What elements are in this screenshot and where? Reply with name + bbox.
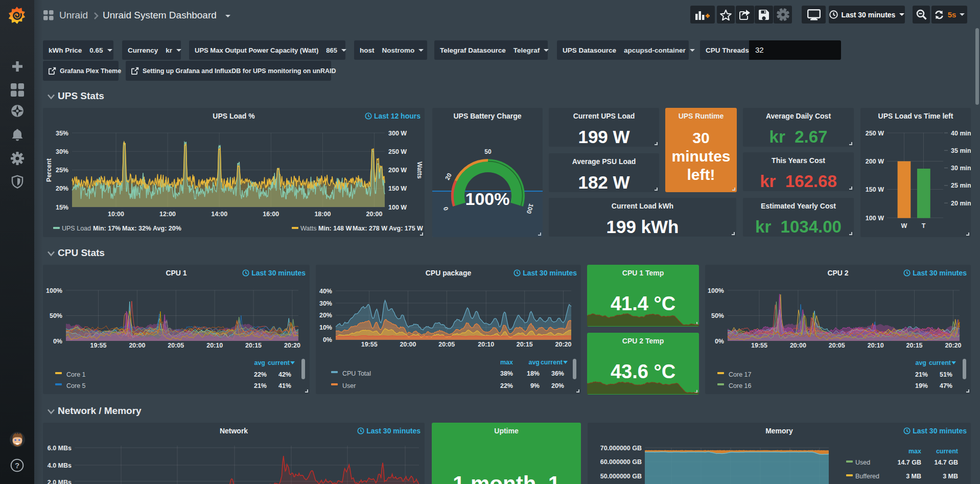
svg-text:Watts: Watts: [300, 225, 316, 232]
svg-text:70.000000 GB: 70.000000 GB: [600, 445, 642, 452]
svg-text:Used: Used: [855, 459, 870, 466]
svg-text:36%: 36%: [551, 370, 564, 377]
svg-text:20:20: 20:20: [555, 341, 572, 348]
svg-text:150 W: 150 W: [388, 185, 407, 192]
svg-text:9%: 9%: [530, 382, 540, 389]
svg-text:avg: avg: [528, 359, 540, 366]
svg-text:current: current: [936, 448, 959, 455]
svg-text:20 min: 20 min: [951, 200, 971, 207]
svg-text:3 MB: 3 MB: [906, 473, 921, 480]
svg-text:14.7 GB: 14.7 GB: [897, 459, 921, 466]
svg-text:18:00: 18:00: [314, 211, 331, 218]
svg-text:6.0 MBs: 6.0 MBs: [48, 445, 72, 452]
svg-text:40%: 40%: [319, 288, 332, 295]
svg-text:20:00: 20:00: [400, 341, 416, 348]
svg-text:41%: 41%: [278, 382, 291, 389]
svg-text:Max: 278 W: Max: 278 W: [353, 225, 387, 232]
svg-text:50.000000 GB: 50.000000 GB: [600, 473, 642, 480]
svg-text:20:10: 20:10: [868, 342, 884, 349]
svg-text:100 W: 100 W: [388, 204, 407, 211]
svg-text:50%: 50%: [711, 312, 724, 319]
svg-text:20%: 20%: [56, 185, 68, 192]
svg-text:avg: avg: [254, 359, 265, 366]
svg-text:3 MB: 3 MB: [943, 473, 958, 480]
svg-text:max: max: [908, 448, 921, 455]
svg-text:Min: 17%: Min: 17%: [93, 225, 121, 232]
svg-text:50%: 50%: [50, 312, 62, 319]
svg-text:21%: 21%: [254, 382, 267, 389]
svg-text:19:55: 19:55: [90, 342, 107, 349]
svg-text:40 min: 40 min: [951, 130, 971, 137]
svg-text:0%: 0%: [323, 336, 332, 343]
svg-text:30%: 30%: [319, 300, 332, 307]
svg-text:User: User: [342, 382, 356, 389]
svg-text:20:00: 20:00: [129, 342, 145, 349]
svg-text:Core 5: Core 5: [66, 382, 86, 389]
svg-text:Buffered: Buffered: [855, 473, 879, 480]
svg-text:19%: 19%: [915, 382, 928, 389]
svg-text:20:00: 20:00: [366, 211, 383, 218]
svg-text:25 min: 25 min: [951, 182, 971, 189]
svg-text:4.0 MBs: 4.0 MBs: [48, 462, 72, 469]
svg-text:2.0 MBs: 2.0 MBs: [48, 479, 72, 484]
svg-text:35 min: 35 min: [951, 147, 971, 154]
svg-text:?: ?: [15, 461, 19, 470]
svg-text:Core 16: Core 16: [729, 382, 752, 389]
svg-text:15%: 15%: [56, 204, 68, 211]
svg-text:47%: 47%: [940, 382, 952, 389]
svg-text:30 min: 30 min: [951, 165, 971, 172]
svg-text:current: current: [268, 359, 290, 366]
svg-text:300 W: 300 W: [388, 130, 407, 137]
svg-text:20:05: 20:05: [438, 341, 455, 348]
svg-text:20:10: 20:10: [478, 341, 494, 348]
svg-text:Core 17: Core 17: [729, 371, 752, 378]
svg-text:100%: 100%: [708, 287, 724, 294]
svg-text:20:15: 20:15: [245, 342, 262, 349]
svg-text:CPU Total: CPU Total: [342, 370, 371, 377]
svg-text:max: max: [500, 359, 513, 366]
svg-text:10:00: 10:00: [108, 211, 124, 218]
svg-text:0%: 0%: [715, 338, 724, 345]
svg-text:14:00: 14:00: [211, 211, 227, 218]
svg-text:10%: 10%: [319, 324, 332, 331]
svg-text:20:15: 20:15: [517, 341, 533, 348]
svg-text:UPS Load: UPS Load: [62, 225, 91, 232]
svg-text:Min: 148 W: Min: 148 W: [318, 225, 352, 232]
svg-text:250 W: 250 W: [388, 148, 407, 155]
svg-text:12:00: 12:00: [159, 211, 176, 218]
svg-text:100 W: 100 W: [866, 215, 884, 222]
svg-text:20:00: 20:00: [790, 342, 806, 349]
svg-text:21%: 21%: [915, 371, 928, 378]
svg-text:42%: 42%: [278, 371, 291, 378]
svg-text:18%: 18%: [527, 370, 540, 377]
svg-text:14.7 GB: 14.7 GB: [934, 459, 958, 466]
svg-text:25%: 25%: [56, 167, 68, 174]
svg-text:20: 20: [444, 172, 453, 181]
svg-text:250 W: 250 W: [866, 130, 884, 137]
svg-text:60.000000 GB: 60.000000 GB: [600, 458, 642, 466]
svg-text:T: T: [922, 222, 926, 229]
svg-text:20%: 20%: [551, 382, 564, 389]
svg-text:20:15: 20:15: [906, 342, 923, 349]
svg-text:19:55: 19:55: [751, 342, 767, 349]
svg-text:20%: 20%: [319, 312, 332, 319]
svg-text:50: 50: [484, 148, 492, 155]
svg-text:16:00: 16:00: [263, 211, 279, 218]
svg-text:Percent: Percent: [45, 158, 53, 182]
svg-text:19:55: 19:55: [361, 341, 378, 348]
svg-text:100%: 100%: [46, 287, 62, 294]
svg-text:51%: 51%: [940, 371, 952, 378]
svg-text:Avg: 20%: Avg: 20%: [153, 225, 181, 232]
svg-text:20:05: 20:05: [829, 342, 845, 349]
svg-text:20:20: 20:20: [284, 342, 300, 349]
svg-text:20:05: 20:05: [168, 342, 184, 349]
svg-text:20:10: 20:10: [206, 342, 223, 349]
svg-text:35%: 35%: [56, 130, 68, 137]
svg-text:current: current: [929, 359, 951, 366]
svg-text:38%: 38%: [500, 370, 513, 377]
svg-text:avg: avg: [915, 359, 926, 366]
svg-text:200 W: 200 W: [866, 158, 884, 165]
svg-text:150 W: 150 W: [866, 186, 884, 193]
svg-text:Core 1: Core 1: [66, 371, 86, 378]
svg-text:Watts: Watts: [416, 162, 423, 179]
